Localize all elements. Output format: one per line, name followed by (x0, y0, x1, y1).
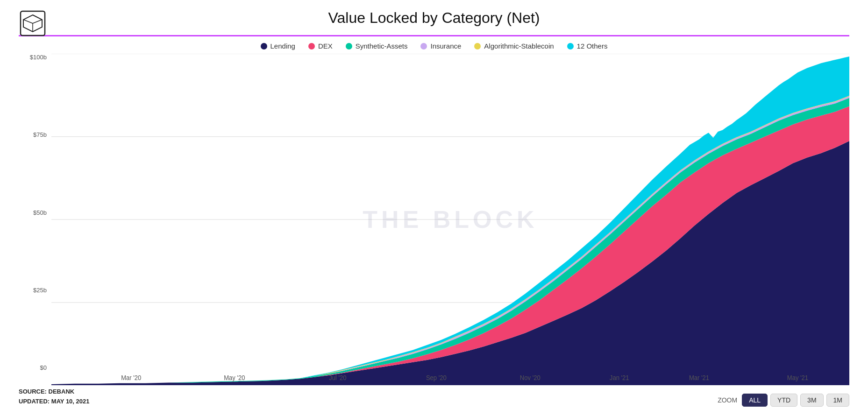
source-info: SOURCE: DEBANK UPDATED: MAY 10, 2021 (19, 387, 90, 407)
zoom-button-all[interactable]: ALL (742, 394, 768, 407)
page-title: Value Locked by Category (Net) (328, 9, 540, 27)
svg-text:Mar '21: Mar '21 (689, 374, 709, 381)
svg-text:Jul '20: Jul '20 (329, 374, 346, 381)
y-axis-label: $50b (19, 209, 51, 216)
zoom-controls: ZOOM ALLYTD3M1M (718, 394, 849, 407)
legend-label: Lending (270, 42, 295, 50)
legend-item: Insurance (420, 42, 461, 50)
legend-label: Insurance (430, 42, 461, 50)
legend-item: DEX (308, 42, 333, 50)
y-axis: $100b$75b$50b$25b$0 (19, 54, 51, 385)
header: Value Locked by Category (Net) (19, 9, 849, 31)
footer: SOURCE: DEBANK UPDATED: MAY 10, 2021 ZOO… (19, 387, 849, 407)
legend-dot (567, 43, 574, 49)
chart-area: $100b$75b$50b$25b$0 THE BLOCK (19, 54, 849, 385)
purple-divider (19, 35, 849, 36)
legend-dot (474, 43, 481, 49)
svg-text:Nov '20: Nov '20 (520, 374, 541, 381)
y-axis-label: $100b (19, 54, 51, 61)
svg-text:May '20: May '20 (224, 374, 245, 381)
legend-dot (261, 43, 267, 49)
legend-label: DEX (318, 42, 333, 50)
legend-label: 12 Others (577, 42, 608, 50)
legend-label: Algorithmic-Stablecoin (484, 42, 554, 50)
legend-dot (308, 43, 315, 49)
legend-dot (346, 43, 352, 49)
zoom-button-3m[interactable]: 3M (800, 394, 823, 407)
y-axis-label: $75b (19, 131, 51, 138)
legend-dot (420, 43, 427, 49)
legend-item: Algorithmic-Stablecoin (474, 42, 554, 50)
svg-text:Jan '21: Jan '21 (610, 374, 629, 381)
chart-inner: THE BLOCK (51, 54, 849, 385)
legend-item: Lending (261, 42, 295, 50)
source-label: SOURCE: DEBANK (19, 387, 90, 397)
legend-label: Synthetic-Assets (356, 42, 408, 50)
zoom-label: ZOOM (718, 396, 737, 404)
svg-text:Mar '20: Mar '20 (121, 374, 141, 381)
svg-text:Sep '20: Sep '20 (426, 374, 447, 381)
legend-item: 12 Others (567, 42, 608, 50)
zoom-button-1m[interactable]: 1M (826, 394, 849, 407)
svg-line-3 (33, 20, 42, 23)
chart-legend: LendingDEXSynthetic-AssetsInsuranceAlgor… (19, 42, 849, 50)
y-axis-label: $25b (19, 287, 51, 294)
svg-text:May '21: May '21 (787, 374, 808, 381)
logo (19, 9, 47, 39)
updated-label: UPDATED: MAY 10, 2021 (19, 397, 90, 407)
zoom-button-ytd[interactable]: YTD (770, 394, 797, 407)
legend-item: Synthetic-Assets (346, 42, 408, 50)
svg-line-2 (23, 20, 33, 23)
y-axis-label: $0 (19, 364, 51, 371)
